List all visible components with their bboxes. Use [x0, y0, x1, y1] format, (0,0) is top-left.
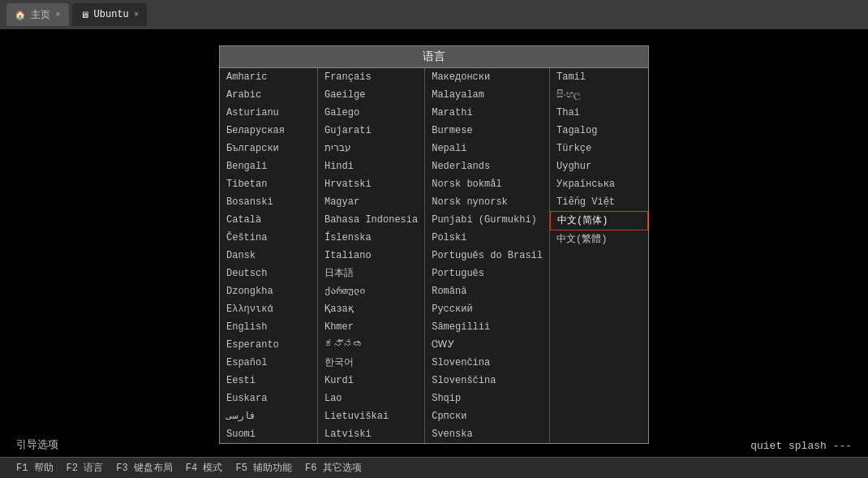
list-item[interactable]: Català: [220, 211, 317, 229]
footer-f6[interactable]: F6 其它选项: [305, 461, 362, 475]
list-item[interactable]: Khmer: [318, 318, 424, 336]
footer-f2[interactable]: F2 语言: [67, 461, 104, 475]
list-item[interactable]: Русский: [425, 300, 549, 318]
footer-bar: F1 帮助 F2 语言 F3 键盘布局 F4 模式 F5 辅助功能 F6 其它选…: [0, 457, 868, 478]
list-item[interactable]: Gaeilge: [318, 86, 424, 104]
list-item[interactable]: Lietuviškai: [318, 407, 424, 425]
list-item[interactable]: Gujarati: [318, 122, 424, 140]
tab-ubuntu-close[interactable]: ×: [134, 10, 140, 19]
list-item[interactable]: 한국어: [318, 354, 424, 372]
list-item[interactable]: Bengali: [220, 157, 317, 175]
list-item[interactable]: 中文(繁體): [550, 230, 648, 248]
list-item[interactable]: Latviski: [318, 425, 424, 443]
list-item[interactable]: Sâmegillii: [425, 318, 549, 336]
list-item[interactable]: Dzongkha: [220, 282, 317, 300]
footer-f4[interactable]: F4 模式: [186, 461, 223, 475]
tab-home[interactable]: 🏠 主页 ×: [6, 3, 69, 26]
boot-cmd: quiet splash ---: [750, 440, 852, 452]
list-item[interactable]: 日本語: [318, 265, 424, 282]
list-item[interactable]: Arabic: [220, 86, 317, 104]
list-item[interactable]: Hrvatski: [318, 175, 424, 193]
list-item[interactable]: Português: [425, 265, 549, 282]
list-item[interactable]: Hindi: [318, 157, 424, 175]
list-item[interactable]: Amharic: [220, 68, 317, 86]
list-item[interactable]: Kurdî: [318, 372, 424, 390]
list-item[interactable]: Magyar: [318, 193, 424, 211]
boot-cmd-text: quiet splash ---: [750, 440, 852, 452]
tab-ubuntu[interactable]: 🖥 Ubuntu ×: [72, 3, 148, 26]
home-icon: 🏠: [15, 10, 26, 20]
list-item[interactable]: Thai: [550, 104, 648, 122]
list-item[interactable]: ქართული: [318, 282, 424, 300]
list-item[interactable]: Burmese: [425, 122, 549, 140]
list-item[interactable]: Slovenčina: [425, 354, 549, 372]
list-item[interactable]: Esperanto: [220, 336, 317, 354]
dialog-title: 语言: [220, 46, 648, 68]
list-item[interactable]: Malayalam: [425, 86, 549, 104]
list-item[interactable]: Српски: [425, 407, 549, 425]
list-item[interactable]: Eesti: [220, 372, 317, 390]
ubuntu-icon: 🖥: [80, 10, 89, 20]
list-item[interactable]: ᏣᎳᎩ: [425, 336, 549, 354]
list-item[interactable]: Español: [220, 354, 317, 372]
list-item-english[interactable]: English: [220, 318, 317, 336]
footer-f3[interactable]: F3 键盘布局: [116, 461, 173, 475]
list-item[interactable]: Français: [318, 68, 424, 86]
list-item[interactable]: Marathi: [425, 104, 549, 122]
list-item[interactable]: Norsk bokmål: [425, 175, 549, 193]
list-item[interactable]: Беларуская: [220, 122, 317, 140]
list-item[interactable]: Čeština: [220, 229, 317, 247]
list-item[interactable]: Íslenska: [318, 229, 424, 247]
lang-col-2: Français Gaeilge Galego Gujarati עברית H…: [318, 68, 425, 443]
list-item[interactable]: Български: [220, 140, 317, 157]
list-item[interactable]: Македонски: [425, 68, 549, 86]
tab-ubuntu-label: Ubuntu: [94, 9, 129, 20]
list-item[interactable]: Norsk nynorsk: [425, 193, 549, 211]
list-item[interactable]: ಕನ್ನಡ: [318, 336, 424, 354]
list-item[interactable]: Ελληνικά: [220, 300, 317, 318]
list-item[interactable]: Қазақ: [318, 300, 424, 318]
list-item[interactable]: Suomi: [220, 425, 317, 443]
list-item[interactable]: Bahasa Indonesia: [318, 211, 424, 229]
list-item[interactable]: Nepali: [425, 140, 549, 157]
list-item[interactable]: Uyghur: [550, 157, 648, 175]
tab-home-close[interactable]: ×: [55, 10, 61, 19]
list-item[interactable]: Українська: [550, 175, 648, 193]
list-item[interactable]: Tamil: [550, 68, 648, 86]
list-item[interactable]: Türkçe: [550, 140, 648, 157]
language-grid: Amharic Arabic Asturianu Беларуская Бълг…: [220, 68, 648, 443]
list-item[interactable]: Galego: [318, 104, 424, 122]
list-item[interactable]: Punjabi (Gurmukhi): [425, 211, 549, 229]
browser-chrome: 🏠 主页 × 🖥 Ubuntu ×: [0, 0, 868, 29]
main-area: 语言 Amharic Arabic Asturianu Беларуская Б…: [0, 29, 868, 478]
lang-col-1: Amharic Arabic Asturianu Беларуская Бълг…: [220, 68, 318, 443]
list-item[interactable]: עברית: [318, 140, 424, 157]
list-item[interactable]: Dansk: [220, 247, 317, 265]
list-item[interactable]: Tiếng Việt: [550, 193, 648, 211]
list-item-selected[interactable]: 中文(简体): [550, 211, 648, 230]
lang-col-4: Tamil සිංහල Thai Tagalog Türkçe Uyghur У…: [550, 68, 648, 443]
footer-f1[interactable]: F1 帮助: [16, 461, 54, 475]
tab-home-label: 主页: [31, 8, 50, 22]
list-item[interactable]: Português do Brasil: [425, 247, 549, 265]
list-item[interactable]: Română: [425, 282, 549, 300]
list-item[interactable]: සිංහල: [550, 86, 648, 104]
list-item[interactable]: Polski: [425, 229, 549, 247]
list-item[interactable]: Svenska: [425, 425, 549, 443]
list-item[interactable]: Asturianu: [220, 104, 317, 122]
list-item[interactable]: Tibetan: [220, 175, 317, 193]
language-dialog: 语言 Amharic Arabic Asturianu Беларуская Б…: [219, 45, 649, 444]
footer-f5[interactable]: F5 辅助功能: [235, 461, 292, 475]
list-item[interactable]: Shqip: [425, 390, 549, 407]
list-item[interactable]: Deutsch: [220, 265, 317, 282]
lang-col-3: Македонски Malayalam Marathi Burmese Nep…: [425, 68, 550, 443]
list-item[interactable]: Nederlands: [425, 157, 549, 175]
list-item[interactable]: Lao: [318, 390, 424, 407]
boot-options-label: 引导选项: [16, 439, 58, 451]
list-item[interactable]: Italiano: [318, 247, 424, 265]
list-item[interactable]: Bosanski: [220, 193, 317, 211]
list-item[interactable]: Euskara: [220, 390, 317, 407]
list-item[interactable]: فارسی: [220, 407, 317, 425]
list-item[interactable]: Slovenščina: [425, 372, 549, 390]
list-item[interactable]: Tagalog: [550, 122, 648, 140]
